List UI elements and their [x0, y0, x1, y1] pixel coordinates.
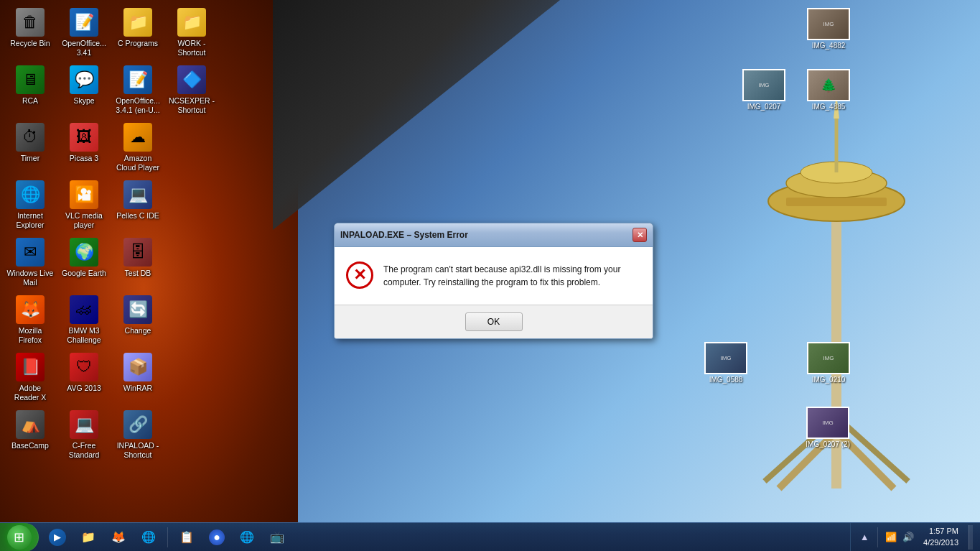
avg-icon: 🛡 — [70, 353, 98, 381]
img0207b-label: IMG_0207 (2) — [806, 440, 850, 448]
icon-img4882[interactable]: IMG IMG_4882 — [803, 4, 854, 54]
icon-testdb[interactable]: 🗄 Test DB — [111, 233, 164, 291]
icon-c-programs[interactable]: 📁 C Programs — [111, 4, 164, 61]
adobe-icon: 📕 — [16, 353, 45, 381]
icon-label: Mozilla Firefox — [6, 326, 54, 344]
desktop-icons-area: 🗑 Recycle Bin 📝 OpenOffice... 3.41 📁 C P… — [0, 0, 230, 524]
taskbar-wmp[interactable]: ▶ — [45, 525, 70, 550]
volume-icon: 🔊 — [902, 532, 914, 542]
icon-grid: 🗑 Recycle Bin 📝 OpenOffice... 3.41 📁 C P… — [4, 4, 226, 521]
pelles-icon: 💻 — [123, 180, 152, 209]
start-orb: ⊞ — [7, 525, 32, 550]
icon-label: Skype — [73, 96, 94, 106]
dialog-close-button[interactable]: ✕ — [633, 228, 647, 242]
desktop: 🗑 Recycle Bin 📝 OpenOffice... 3.41 📁 C P… — [0, 0, 980, 551]
icon-pelles[interactable]: 💻 Pelles C IDE — [111, 176, 164, 233]
ok-button[interactable]: OK — [465, 312, 523, 331]
icon-picasa[interactable]: 🖼 Picasa 3 — [57, 119, 111, 176]
start-button[interactable]: ⊞ — [0, 523, 39, 552]
folder-icon: 📁 — [123, 8, 152, 37]
ncsexper-icon: 🔷 — [177, 65, 206, 94]
icon-avg[interactable]: 🛡 AVG 2013 — [57, 348, 111, 406]
icon-label: WinRAR — [123, 384, 152, 393]
icon-img0207b[interactable]: IMG IMG_0207 (2) — [801, 402, 854, 453]
icon-adobe[interactable]: 📕 Adobe Reader X — [4, 348, 57, 406]
clock-date: 4/29/2013 — [923, 537, 958, 548]
misc2-icon: ● — [209, 529, 225, 545]
winrar-icon: 📦 — [123, 353, 152, 381]
error-dialog: INPALOAD.EXE – System Error ✕ ✕ The prog… — [334, 223, 653, 339]
testdb-icon: 🗄 — [123, 238, 152, 267]
icon-label: Recycle Bin — [10, 39, 50, 48]
icon-inpaload[interactable]: 🔗 INPALOAD - Shortcut — [111, 406, 164, 463]
icon-google-earth[interactable]: 🌍 Google Earth — [57, 233, 111, 291]
tray-volume-icon[interactable]: 🔊 — [902, 531, 915, 544]
system-clock[interactable]: 1:57 PM 4/29/2013 — [919, 526, 963, 548]
img0588-thumb: IMG — [704, 342, 747, 374]
icon-cfree[interactable]: 💻 C-Free Standard — [57, 406, 111, 463]
tray-network-icon[interactable]: 📶 — [885, 531, 897, 544]
error-x-symbol: ✕ — [353, 267, 366, 283]
dialog-message-text: The program can't start because api32.dl… — [383, 261, 641, 289]
photo-icons-area: IMG IMG_4882 IMG IMG_0207 🌲 IMG_4885 IMG… — [693, 0, 980, 524]
icon-ncsexper[interactable]: 🔷 NCSEXPER - Shortcut — [165, 61, 218, 119]
ie-icon: 🌐 — [16, 180, 45, 209]
icon-vlc[interactable]: 🎦 VLC media player — [57, 176, 111, 233]
icon-img0588[interactable]: IMG IMG_0588 — [700, 338, 752, 388]
dialog-footer: OK — [335, 305, 653, 338]
icon-amazon[interactable]: ☁ Amazon Cloud Player — [111, 119, 164, 176]
icon-label: BaseCamp — [11, 441, 49, 450]
icon-wlmail[interactable]: ✉ Windows Live Mail — [4, 233, 57, 291]
icon-label: Google Earth — [62, 269, 106, 278]
error-dialog-container: INPALOAD.EXE – System Error ✕ ✕ The prog… — [334, 223, 653, 339]
icon-rca[interactable]: 🖥 RCA — [4, 61, 57, 119]
icon-openoffice2[interactable]: 📝 OpenOffice... 3.4.1 (en-U... — [111, 61, 164, 119]
taskbar-misc2[interactable]: ● — [205, 525, 229, 550]
icon-skype[interactable]: 💬 Skype — [57, 61, 111, 119]
icon-ie[interactable]: 🌐 Internet Explorer — [4, 176, 57, 233]
icon-label: C-Free Standard — [60, 441, 108, 459]
taskbar-ie-pinned[interactable]: 🌐 — [136, 525, 161, 550]
icon-bmwm3[interactable]: 🏎 BMW M3 Challenge — [57, 291, 111, 348]
icon-img0207[interactable]: IMG IMG_0207 — [738, 65, 790, 115]
icon-change[interactable]: 🔄 Change — [111, 291, 164, 348]
icon-firefox[interactable]: 🦊 Mozilla Firefox — [4, 291, 57, 348]
icon-empty5 — [165, 348, 218, 406]
icon-timer[interactable]: ⏱ Timer — [4, 119, 57, 176]
timer-icon: ⏱ — [16, 123, 45, 152]
skype-icon: 💬 — [70, 65, 98, 94]
icon-empty3 — [165, 233, 218, 291]
recycle-bin-icon: 🗑 — [16, 8, 45, 37]
img0210-label: IMG_0210 — [812, 376, 846, 384]
icon-empty4 — [165, 291, 218, 348]
img4882-thumb: IMG — [807, 8, 850, 40]
icon-label: BMW M3 Challenge — [60, 326, 108, 344]
icon-winrar[interactable]: 📦 WinRAR — [111, 348, 164, 406]
icon-work-shortcut[interactable]: 📁 WORK - Shortcut — [165, 4, 218, 61]
taskbar-firefox-pinned[interactable]: 🦊 — [106, 525, 131, 550]
change-icon: 🔄 — [123, 295, 152, 324]
icon-img0210[interactable]: IMG IMG_0210 — [803, 338, 854, 388]
icon-label: VLC media player — [60, 211, 108, 229]
picasa-icon: 🖼 — [70, 123, 98, 152]
img4885-thumb: 🌲 — [807, 69, 850, 101]
tray-show-desktop-button[interactable] — [969, 525, 973, 550]
icon-recycle-bin[interactable]: 🗑 Recycle Bin — [4, 4, 57, 61]
ok-label: OK — [487, 317, 500, 327]
icon-basecamp[interactable]: ⛺ BaseCamp — [4, 406, 57, 463]
icon-openoffice[interactable]: 📝 OpenOffice... 3.41 — [57, 4, 111, 61]
taskbar-misc1[interactable]: 📋 — [174, 525, 199, 550]
img4882-label: IMG_4882 — [812, 42, 846, 50]
icon-empty2 — [165, 176, 218, 233]
taskbar-misc4[interactable]: 📺 — [265, 525, 289, 550]
taskbar-explorer[interactable]: 📁 — [76, 525, 101, 550]
taskbar-misc3[interactable]: 🌐 — [235, 525, 259, 550]
icon-label: Adobe Reader X — [6, 384, 54, 402]
folder-icon: 📁 — [177, 8, 206, 37]
google-earth-icon: 🌍 — [70, 238, 98, 267]
icon-img4885[interactable]: 🌲 IMG_4885 — [803, 65, 854, 115]
icon-empty1 — [165, 119, 218, 176]
system-tray: ▲ 📶 🔊 1:57 PM 4/29/2013 — [850, 523, 980, 551]
tray-show-hidden-button[interactable]: ▲ — [858, 531, 871, 544]
taskbar: ⊞ ▶ 📁 🦊 🌐 📋 ● 🌐 — [0, 522, 980, 551]
